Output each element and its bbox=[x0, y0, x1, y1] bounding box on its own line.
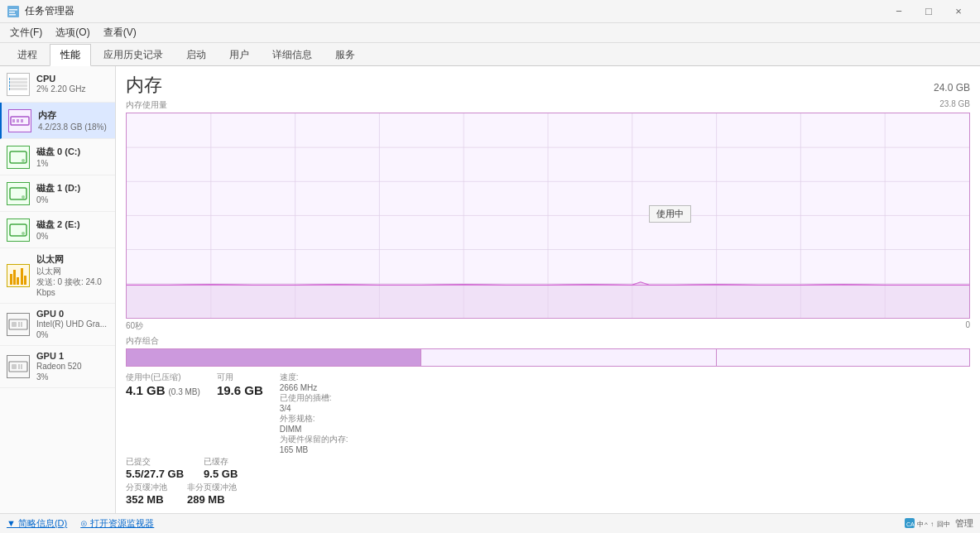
close-button[interactable]: × bbox=[944, 0, 973, 23]
sidebar-item-disk0[interactable]: 磁盘 0 (C:) 1% bbox=[0, 139, 115, 175]
svg-rect-15 bbox=[12, 322, 17, 327]
available-label: 可用 bbox=[217, 372, 263, 383]
svg-text:CA: CA bbox=[906, 521, 915, 527]
committed-value: 5.5/27.7 GB bbox=[126, 468, 184, 481]
paged-label: 分页缓冲池 bbox=[126, 482, 167, 493]
top-tabs: 进程 性能 应用历史记录 启动 用户 详细信息 服务 bbox=[0, 43, 980, 66]
tab-services[interactable]: 服务 bbox=[324, 44, 366, 65]
svg-rect-7 bbox=[21, 119, 23, 122]
svg-text:回: 回 bbox=[937, 521, 944, 528]
svg-rect-5 bbox=[12, 119, 15, 122]
tab-startup[interactable]: 启动 bbox=[175, 44, 217, 65]
disk1-icon bbox=[7, 182, 30, 205]
nonpaged-value: 289 MB bbox=[187, 493, 237, 507]
menu-view[interactable]: 查看(V) bbox=[97, 24, 143, 41]
gpu0-detail: Intel(R) UHD Gra...0% bbox=[36, 319, 108, 340]
slot-empty2 bbox=[717, 349, 969, 366]
cached-label: 已缓存 bbox=[204, 456, 238, 468]
tab-performance[interactable]: 性能 bbox=[50, 44, 91, 66]
svg-text:↑: ↑ bbox=[930, 521, 934, 528]
disk0-detail: 1% bbox=[36, 158, 108, 169]
svg-rect-20 bbox=[18, 364, 20, 369]
sidebar-item-gpu0[interactable]: GPU 0 Intel(R) UHD Gra...0% bbox=[0, 304, 115, 346]
svg-rect-21 bbox=[21, 364, 22, 369]
open-monitor-link[interactable]: ⊙ 打开资源监视器 bbox=[80, 517, 154, 530]
main-content: CPU 2% 2.20 GHz 内存 4.2/23.8 GB (18%) bbox=[0, 66, 980, 513]
disk0-label: 磁盘 0 (C:) bbox=[36, 146, 108, 158]
cached-value: 9.5 GB bbox=[204, 468, 238, 481]
chart-time-labels: 60秒 0 bbox=[126, 320, 970, 332]
tab-users[interactable]: 用户 bbox=[219, 44, 260, 65]
memory-slots-bar bbox=[126, 348, 970, 367]
svg-rect-2 bbox=[9, 12, 15, 13]
svg-rect-6 bbox=[17, 119, 19, 122]
cpu-detail: 2% 2.20 GHz bbox=[36, 84, 108, 94]
network-icon bbox=[7, 264, 30, 287]
menu-bar: 文件(F) 选项(O) 查看(V) bbox=[0, 23, 980, 43]
window-title: 任务管理器 bbox=[25, 4, 74, 18]
svg-text:^: ^ bbox=[925, 521, 928, 528]
network-label: 以太网 bbox=[36, 253, 108, 266]
content-area: 内存 24.0 GB 内存使用量 23.8 GB bbox=[116, 66, 980, 513]
available-value: 19.6 GB bbox=[217, 383, 263, 398]
taskbar-time: 管理 bbox=[955, 517, 973, 530]
sidebar: CPU 2% 2.20 GHz 内存 4.2/23.8 GB (18%) bbox=[0, 66, 116, 513]
taskbar-area: CA 中 ^ ↑ 回 中 管理 bbox=[904, 516, 973, 532]
memory-icon bbox=[8, 109, 31, 132]
title-bar: 任务管理器 − □ × bbox=[0, 0, 980, 23]
svg-rect-17 bbox=[21, 322, 22, 327]
sidebar-item-disk2[interactable]: 磁盘 2 (E:) 0% bbox=[0, 212, 115, 248]
menu-file[interactable]: 文件(F) bbox=[3, 24, 49, 41]
sidebar-item-gpu1[interactable]: GPU 1 Radeon 5203% bbox=[0, 346, 115, 388]
in-use-label: 使用中(已压缩) bbox=[126, 372, 200, 383]
gpu1-detail: Radeon 5203% bbox=[36, 361, 108, 382]
menu-options[interactable]: 选项(O) bbox=[49, 24, 96, 41]
taskbar-hint: CA 中 ^ ↑ 回 中 bbox=[904, 516, 950, 532]
form-label: 外形规格: bbox=[280, 413, 348, 425]
committed-label: 已提交 bbox=[126, 456, 184, 468]
chart-tooltip: 使用中 bbox=[649, 205, 691, 223]
svg-text:中: 中 bbox=[917, 521, 924, 528]
sidebar-item-disk1[interactable]: 磁盘 1 (D:) 0% bbox=[0, 175, 115, 212]
disk0-icon bbox=[7, 146, 30, 169]
memory-detail: 4.2/23.8 GB (18%) bbox=[38, 122, 108, 132]
gpu0-label: GPU 0 bbox=[36, 309, 108, 319]
disk2-icon bbox=[7, 218, 30, 242]
svg-marker-36 bbox=[127, 282, 969, 318]
disk2-label: 磁盘 2 (E:) bbox=[36, 218, 108, 231]
tab-process[interactable]: 进程 bbox=[7, 44, 48, 65]
svg-rect-19 bbox=[12, 364, 17, 369]
window-controls: − □ × bbox=[884, 0, 973, 23]
cpu-label: CPU bbox=[36, 74, 108, 84]
slot-used bbox=[127, 349, 421, 366]
speed-label: 速度: bbox=[280, 372, 348, 383]
sidebar-item-network[interactable]: 以太网 以太网发送: 0 接收: 24.0 Kbps bbox=[0, 248, 115, 304]
maximize-button[interactable]: □ bbox=[914, 0, 944, 23]
tab-details[interactable]: 详细信息 bbox=[262, 44, 323, 65]
disk2-detail: 0% bbox=[36, 231, 108, 242]
nonpaged-label: 非分页缓冲池 bbox=[187, 482, 237, 493]
slots-stat-label: 已使用的插槽: bbox=[280, 392, 348, 404]
details-link[interactable]: ▼ 简略信息(D) bbox=[7, 517, 67, 530]
slots-label: 内存组合 bbox=[126, 335, 970, 347]
sidebar-item-cpu[interactable]: CPU 2% 2.20 GHz bbox=[0, 66, 115, 103]
svg-rect-16 bbox=[18, 322, 20, 327]
minimize-button[interactable]: − bbox=[884, 0, 914, 23]
chart-svg bbox=[127, 113, 969, 318]
total-memory: 24.0 GB bbox=[934, 82, 970, 94]
sidebar-item-memory[interactable]: 内存 4.2/23.8 GB (18%) bbox=[0, 103, 115, 139]
bottom-left: ▼ 简略信息(D) ⊙ 打开资源监视器 bbox=[7, 517, 154, 530]
disk1-label: 磁盘 1 (D:) bbox=[36, 182, 108, 194]
in-use-value: 4.1 GB bbox=[126, 383, 166, 398]
network-detail: 以太网发送: 0 接收: 24.0 Kbps bbox=[36, 266, 108, 298]
gpu1-icon bbox=[7, 355, 30, 378]
svg-rect-1 bbox=[9, 9, 17, 11]
memory-label: 内存 bbox=[38, 109, 108, 122]
tab-history[interactable]: 应用历史记录 bbox=[93, 44, 174, 65]
svg-rect-3 bbox=[9, 14, 16, 16]
svg-point-11 bbox=[22, 195, 25, 199]
gpu1-label: GPU 1 bbox=[36, 351, 108, 361]
svg-point-13 bbox=[22, 232, 25, 235]
in-use-sub: (0.3 MB) bbox=[169, 387, 200, 396]
gpu0-icon bbox=[7, 313, 30, 336]
